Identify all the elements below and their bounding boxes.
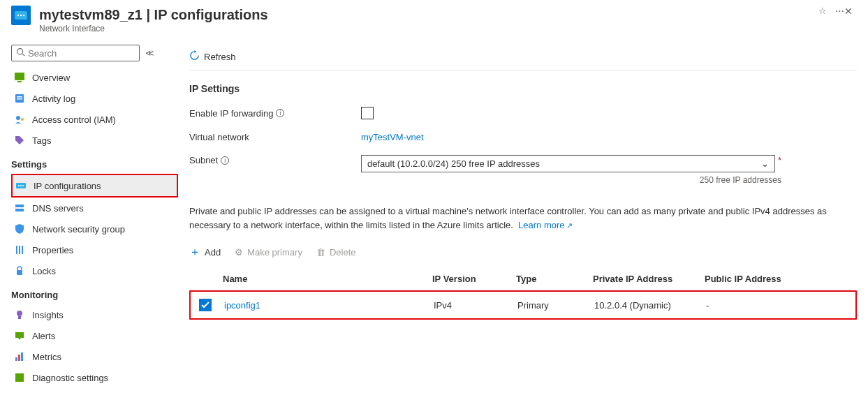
vnet-link[interactable]: myTestVM-vnet — [361, 132, 424, 142]
chevron-down-icon: ⌄ — [761, 158, 769, 169]
sidebar-item-label: IP configurations — [34, 181, 101, 191]
dns-icon — [14, 202, 25, 214]
svg-rect-10 — [17, 98, 22, 100]
sidebar-search[interactable] — [11, 45, 140, 61]
tags-icon — [14, 135, 25, 146]
ip-forwarding-label: Enable IP forwarding — [189, 108, 273, 119]
svg-rect-22 — [17, 270, 22, 275]
required-indicator: * — [778, 155, 781, 165]
svg-point-15 — [20, 185, 22, 186]
page-title: mytestvm89_z1 | IP configurations — [39, 6, 813, 24]
sidebar-item-alerts[interactable]: Alerts — [11, 325, 178, 346]
lock-icon — [14, 265, 25, 276]
sidebar-item-label: Alerts — [32, 331, 55, 341]
access-control-icon — [14, 114, 25, 125]
page-header: mytestvm89_z1 | IP configurations Networ… — [0, 0, 868, 42]
sidebar-item-label: Overview — [32, 73, 70, 83]
info-icon[interactable]: i — [276, 109, 284, 117]
svg-line-5 — [22, 54, 24, 56]
info-icon[interactable]: i — [221, 156, 229, 165]
sidebar-item-diagnostic-settings[interactable]: Diagnostic settings — [11, 367, 178, 388]
row-checkbox[interactable] — [199, 299, 212, 311]
favorite-icon[interactable]: ☆ — [818, 6, 827, 16]
refresh-icon — [189, 50, 200, 63]
external-link-icon: ↗ — [566, 221, 573, 230]
sidebar-item-label: Tags — [32, 135, 51, 146]
row-ip-version: IPv4 — [434, 300, 517, 311]
sidebar-item-access-control[interactable]: Access control (IAM) — [11, 109, 178, 130]
trash-icon: 🗑 — [316, 247, 325, 258]
svg-rect-21 — [22, 246, 23, 254]
diagnostic-icon — [14, 372, 25, 383]
subnet-label: Subnet — [189, 155, 218, 165]
subnet-select[interactable]: default (10.2.0.0/24) 250 free IP addres… — [361, 155, 775, 172]
row-private-ip: 10.2.0.4 (Dynamic) — [594, 300, 706, 311]
vnet-label: Virtual network — [189, 132, 249, 142]
svg-rect-20 — [19, 246, 20, 254]
shield-icon — [14, 223, 25, 235]
close-button[interactable]: ✕ — [844, 6, 857, 17]
svg-rect-28 — [21, 352, 23, 361]
refresh-button[interactable]: Refresh — [189, 50, 236, 63]
sidebar-item-label: Access control (IAM) — [32, 114, 116, 125]
subnet-hint: 250 free IP addresses — [361, 175, 781, 185]
sidebar-item-locks[interactable]: Locks — [11, 260, 178, 281]
row-public-ip: - — [706, 300, 818, 311]
sidebar-group-monitoring: Monitoring — [11, 281, 178, 304]
sidebar-item-properties[interactable]: Properties — [11, 239, 178, 260]
refresh-label: Refresh — [204, 52, 236, 62]
svg-rect-29 — [15, 373, 24, 382]
svg-rect-18 — [15, 209, 24, 211]
col-private-ip: Private IP Address — [593, 274, 705, 284]
table-row[interactable]: ipconfig1 IPv4 Primary 10.2.0.4 (Dynamic… — [191, 292, 855, 318]
sidebar-item-label: Diagnostic settings — [32, 373, 108, 383]
svg-point-12 — [21, 118, 24, 121]
sidebar-item-label: Activity log — [32, 94, 75, 104]
sidebar-item-tags[interactable]: Tags — [11, 130, 178, 151]
collapse-sidebar-icon[interactable]: ≪ — [145, 48, 154, 58]
sidebar-item-ip-configurations[interactable]: IP configurations — [13, 175, 177, 196]
delete-button: 🗑 Delete — [316, 247, 356, 258]
insights-icon — [14, 309, 25, 320]
svg-point-14 — [18, 185, 20, 186]
sidebar-item-insights[interactable]: Insights — [11, 304, 178, 325]
sidebar: ≪ Overview Activity log Access control (… — [0, 42, 178, 409]
svg-rect-24 — [18, 316, 21, 319]
overview-icon — [14, 72, 25, 83]
sidebar-item-activity-log[interactable]: Activity log — [11, 88, 178, 109]
svg-rect-17 — [15, 204, 24, 207]
sidebar-item-dns-servers[interactable]: DNS servers — [11, 198, 178, 218]
metrics-icon — [14, 351, 25, 362]
row-type: Primary — [517, 300, 594, 311]
sidebar-item-nsg[interactable]: Network security group — [11, 218, 178, 239]
subnet-selected-value: default (10.2.0.0/24) 250 free IP addres… — [367, 158, 540, 169]
sidebar-search-input[interactable] — [28, 48, 135, 59]
sidebar-item-overview[interactable]: Overview — [11, 67, 178, 88]
learn-more-link[interactable]: Learn more↗ — [518, 220, 572, 230]
col-type: Type — [516, 274, 593, 284]
resource-type-icon — [11, 6, 31, 25]
sidebar-item-label: DNS servers — [32, 203, 84, 214]
svg-point-1 — [17, 15, 19, 16]
row-name-link[interactable]: ipconfig1 — [224, 300, 434, 311]
table-header: Name IP Version Type Private IP Address … — [189, 267, 857, 292]
svg-rect-26 — [15, 357, 17, 361]
col-ip-version: IP Version — [432, 274, 516, 284]
svg-point-2 — [20, 15, 22, 16]
page-subtitle: Network Interface — [39, 24, 813, 34]
sidebar-item-metrics[interactable]: Metrics — [11, 346, 178, 367]
gear-icon: ⚙ — [235, 247, 243, 258]
ip-config-icon — [15, 180, 27, 191]
plus-icon: ＋ — [189, 245, 200, 260]
svg-rect-19 — [16, 246, 17, 254]
add-button[interactable]: ＋ Add — [189, 245, 221, 260]
ip-forwarding-checkbox[interactable] — [361, 107, 374, 119]
properties-icon — [14, 244, 25, 255]
section-title: IP Settings — [189, 83, 857, 94]
svg-rect-6 — [15, 73, 24, 80]
svg-rect-27 — [18, 355, 20, 361]
more-icon[interactable]: ⋯ — [835, 6, 844, 16]
activity-log-icon — [14, 93, 25, 104]
search-icon — [16, 47, 25, 59]
svg-point-11 — [16, 116, 20, 120]
